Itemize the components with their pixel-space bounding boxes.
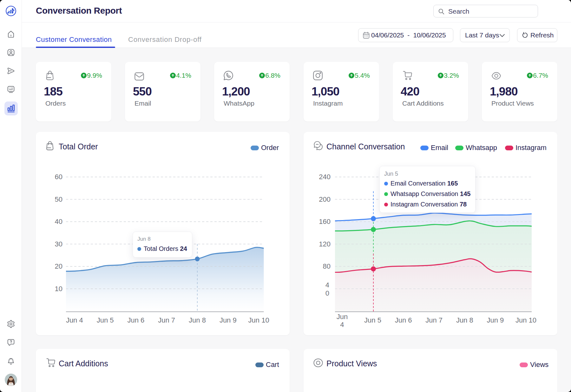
svg-text:Jun 10: Jun 10 [248,316,269,324]
svg-text:Jun 7: Jun 7 [158,316,175,324]
svg-text:30: 30 [55,240,62,248]
svg-text:60: 60 [55,173,62,181]
svg-text:20: 20 [55,262,62,270]
svg-text:160: 160 [319,218,331,225]
svg-text:Jun 4: Jun 4 [66,316,83,324]
svg-text:Jun 8: Jun 8 [189,316,206,324]
svg-text:Jun 9: Jun 9 [220,316,237,324]
svg-text:120: 120 [319,240,331,248]
svg-text:4: 4 [325,281,329,289]
svg-text:Jun 8: Jun 8 [456,316,473,324]
svg-text:Jun 6: Jun 6 [395,316,412,324]
svg-text:0: 0 [325,289,329,297]
svg-text:Jun: Jun [337,313,348,321]
svg-text:Jun 10: Jun 10 [515,316,536,324]
svg-text:40: 40 [55,218,62,225]
svg-text:80: 80 [323,262,331,270]
svg-text:4: 4 [340,321,344,329]
svg-text:Jun 9: Jun 9 [487,316,504,324]
svg-text:200: 200 [319,195,331,203]
svg-text:Jun 7: Jun 7 [425,316,443,324]
svg-text:Jun 5: Jun 5 [97,316,114,324]
svg-text:10: 10 [55,285,62,293]
svg-text:240: 240 [319,173,331,181]
svg-text:50: 50 [55,195,62,203]
svg-text:Jun 5: Jun 5 [364,316,381,324]
svg-text:Jun 6: Jun 6 [127,316,144,324]
